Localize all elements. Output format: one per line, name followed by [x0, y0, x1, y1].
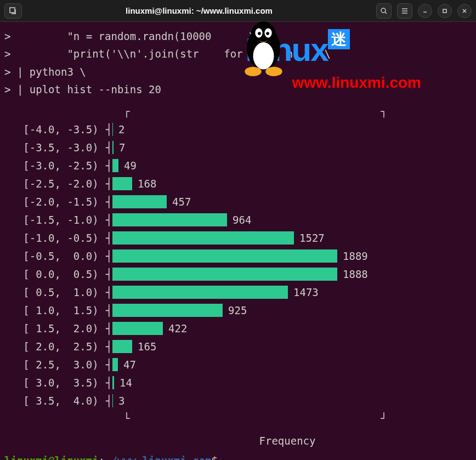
histogram-bar — [112, 177, 132, 190]
histogram-axis-tick: ┤ — [106, 211, 112, 229]
histogram-row: [ 2.5, 3.0) ┤47 — [4, 355, 472, 373]
histogram-axis-tick: ┤ — [106, 392, 112, 410]
histogram-axis-tick: ┤ — [106, 193, 112, 211]
histogram-row: [-1.5, -1.0) ┤964 — [4, 211, 472, 229]
minimize-icon — [422, 8, 428, 14]
histogram-row: [-0.5, 0.0) ┤1889 — [4, 247, 472, 265]
svg-rect-9 — [443, 9, 446, 13]
search-button[interactable] — [376, 3, 392, 19]
histogram-bar — [112, 358, 118, 371]
histogram-bin-value: 7 — [119, 139, 125, 156]
histogram-bin-label: [-2.5, -2.0) — [4, 175, 106, 192]
minimize-button[interactable] — [418, 4, 432, 18]
histogram-axis-tick: ┤ — [106, 356, 112, 373]
histogram-rows: [-4.0, -3.5) ┤2 [-3.5, -3.0) ┤7 [-3.0, -… — [4, 120, 472, 410]
histogram: ┌ ┐ [-4.0, -3.5) ┤2 [-3.5, -3.0) ┤7 [-3.… — [4, 103, 472, 450]
histogram-axis-tick: ┤ — [106, 247, 112, 265]
histogram-bar — [112, 340, 132, 353]
histogram-bar — [112, 376, 114, 389]
histogram-bin-value: 3 — [118, 392, 124, 410]
search-icon — [380, 7, 388, 15]
histogram-row: [ 0.5, 1.0) ┤1473 — [4, 283, 472, 301]
histogram-axis-tick: ┤ — [106, 139, 112, 156]
histogram-bin-label: [ 3.0, 3.5) — [4, 374, 106, 391]
histogram-bin-value: 49 — [124, 157, 137, 174]
histogram-top-border: ┌ ┐ — [4, 103, 472, 120]
svg-point-3 — [381, 8, 386, 13]
histogram-bottom-border: └ ┘ — [4, 410, 472, 427]
command-line-4: > | uplot hist --nbins 20 — [4, 81, 472, 98]
command-line-3: > | python3 \ — [4, 63, 472, 81]
close-icon — [461, 8, 468, 14]
prompt-path: ~/www.linuxmi.com — [105, 455, 211, 460]
histogram-bin-value: 165 — [138, 338, 156, 355]
command-line-1: > "n = random.randn(10000 \ — [4, 27, 472, 45]
histogram-row: [ 0.0, 0.5) ┤1888 — [4, 265, 472, 283]
histogram-bin-label: [ 1.0, 1.5) — [4, 302, 106, 319]
histogram-bin-value: 1888 — [343, 265, 368, 283]
titlebar-right — [376, 3, 472, 19]
histogram-bar — [112, 195, 167, 208]
histogram-row: [-2.5, -2.0) ┤168 — [4, 174, 472, 192]
histogram-bin-label: [-3.0, -2.5) — [4, 157, 106, 174]
histogram-row: [ 3.0, 3.5) ┤14 — [4, 373, 472, 391]
histogram-bin-value: 47 — [123, 356, 136, 373]
histogram-bin-label: [-1.0, -0.5) — [4, 229, 106, 247]
histogram-bin-value: 1527 — [299, 229, 325, 247]
close-button[interactable] — [457, 4, 472, 18]
histogram-axis-tick: ┤ — [106, 157, 112, 174]
histogram-bin-value: 2 — [118, 121, 124, 138]
histogram-bin-label: [ 2.0, 2.5) — [4, 338, 106, 355]
histogram-bar — [112, 286, 288, 299]
menu-button[interactable] — [397, 3, 412, 19]
histogram-bin-value: 14 — [120, 374, 132, 391]
histogram-bin-label: [-4.0, -3.5) — [4, 121, 106, 138]
prompt-colon: : — [99, 455, 105, 460]
histogram-bar — [112, 123, 113, 136]
svg-rect-0 — [10, 8, 15, 13]
histogram-bin-label: [-3.5, -3.0) — [4, 139, 106, 156]
histogram-row: [-1.0, -0.5) ┤1527 — [4, 229, 472, 247]
histogram-axis-tick: ┤ — [106, 175, 112, 192]
histogram-bin-label: [ 2.5, 3.0) — [4, 356, 106, 373]
histogram-bin-label: [ 3.5, 4.0) — [4, 392, 106, 410]
histogram-bar — [112, 304, 223, 317]
histogram-axis-tick: ┤ — [106, 121, 112, 138]
prompt-symbol: $ — [212, 455, 218, 460]
histogram-bin-label: [ 0.0, 0.5) — [4, 265, 106, 283]
histogram-bar — [112, 141, 114, 154]
histogram-bin-value: 925 — [228, 302, 247, 319]
histogram-bin-value: 1889 — [343, 247, 368, 265]
command-line-2: > "print('\\n'.join(str for in n \ — [4, 45, 472, 63]
new-tab-icon — [9, 7, 17, 15]
histogram-axis-tick: ┤ — [106, 265, 112, 283]
histogram-bin-label: [ 0.5, 1.0) — [4, 283, 106, 301]
maximize-button[interactable] — [438, 4, 452, 18]
histogram-axis-tick: ┤ — [106, 320, 112, 337]
histogram-row: [-3.5, -3.0) ┤7 — [4, 138, 472, 156]
window-titlebar: linuxmi@linuxmi: ~/www.linuxmi.com — [0, 0, 476, 22]
histogram-bar — [112, 249, 337, 263]
titlebar-left — [4, 3, 22, 19]
histogram-bin-label: [-1.5, -1.0) — [4, 211, 106, 229]
histogram-row: [-2.0, -1.5) ┤457 — [4, 192, 472, 211]
histogram-bin-value: 457 — [172, 193, 191, 211]
histogram-row: [ 3.5, 4.0) ┤3 — [4, 391, 472, 410]
shell-prompt: linuxmi@linuxmi:~/www.linuxmi.com$ — [4, 452, 472, 460]
histogram-xlabel: Frequency — [4, 432, 472, 450]
histogram-bin-label: [-0.5, 0.0) — [4, 247, 106, 265]
histogram-bar — [112, 213, 227, 226]
maximize-icon — [441, 8, 448, 14]
histogram-bar — [112, 231, 294, 245]
histogram-row: [ 1.0, 1.5) ┤925 — [4, 301, 472, 319]
histogram-bar — [112, 159, 118, 172]
terminal-body[interactable]: Linux迷 www.linuxmi.com > "n = random.ran… — [0, 22, 476, 460]
hamburger-icon — [401, 7, 409, 15]
histogram-row: [ 1.5, 2.0) ┤422 — [4, 319, 472, 337]
histogram-bin-value: 1473 — [293, 283, 319, 301]
new-tab-button[interactable] — [4, 3, 22, 19]
histogram-axis-tick: ┤ — [106, 229, 112, 247]
histogram-bar — [112, 268, 337, 281]
svg-line-4 — [385, 12, 387, 14]
histogram-bin-value: 422 — [168, 320, 187, 337]
